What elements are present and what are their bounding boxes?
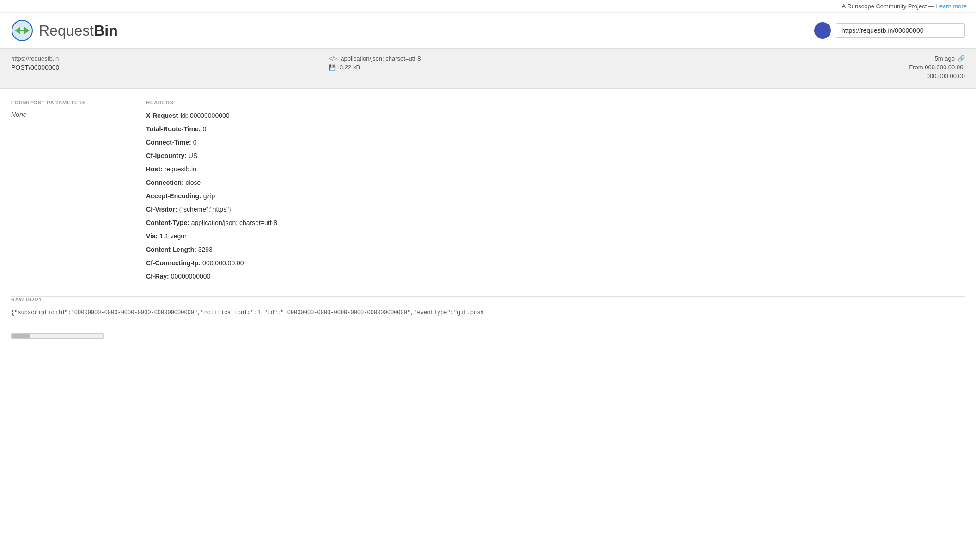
code-icon: </> xyxy=(329,55,337,62)
header-item: X-Request-Id: 00000000000 xyxy=(146,111,965,121)
request-method: POST xyxy=(11,64,29,71)
size-row: 💾 3.22 kB xyxy=(329,64,711,71)
app-header: RequestBin xyxy=(0,13,976,49)
from-ip-label: From 000.000.00.00, xyxy=(909,64,965,71)
header-item: Host: requestb.in xyxy=(146,164,965,174)
header-item: Accept-Encoding: gzip xyxy=(146,191,965,201)
from-ip-row: From 000.000.00.00, xyxy=(711,64,965,71)
headers-list: X-Request-Id: 00000000000Total-Route-Tim… xyxy=(146,111,965,281)
header-item: Connection: close xyxy=(146,178,965,188)
logo-icon xyxy=(11,19,33,42)
header-item: Total-Route-Time: 0 xyxy=(146,124,965,134)
request-method-path: POST/00000000 xyxy=(11,64,329,71)
request-info-bar: https://requestb.in POST/00000000 </> ap… xyxy=(0,49,976,89)
from-ip2-label: 000.000.00.00 xyxy=(927,73,965,79)
from-ip2-row: 000.000.00.00 xyxy=(711,73,965,79)
learn-more-link[interactable]: Learn more xyxy=(936,3,967,10)
logo-title: RequestBin xyxy=(39,22,118,39)
form-post-panel: FORM/POST PARAMETERS None xyxy=(11,100,131,285)
url-input[interactable] xyxy=(836,23,965,38)
header-item: Connect-Time: 0 xyxy=(146,138,965,147)
headers-title: HEADERS xyxy=(146,100,965,105)
time-ago-row: 5m ago 🔗 xyxy=(711,55,965,62)
raw-body-section: RAW BODY {"subscriptionId":"00000000-000… xyxy=(0,297,976,330)
banner-text: A Runscope Community Project — xyxy=(842,3,936,10)
header-item: Content-Length: 3293 xyxy=(146,245,965,255)
size-value: 3.22 kB xyxy=(340,64,360,71)
content-type-value: application/json; charset=utf-8 xyxy=(341,55,421,62)
request-endpoint: https://requestb.in POST/00000000 xyxy=(11,55,329,71)
request-meta: </> application/json; charset=utf-8 💾 3.… xyxy=(329,55,711,73)
headers-panel: HEADERS X-Request-Id: 00000000000Total-R… xyxy=(146,100,965,285)
scrollbar-area xyxy=(0,330,976,341)
header-item: Via: 1.1 vegur xyxy=(146,231,965,241)
main-content: FORM/POST PARAMETERS None HEADERS X-Requ… xyxy=(0,89,976,296)
top-banner: A Runscope Community Project — Learn mor… xyxy=(0,0,976,13)
logo-request: Request xyxy=(39,22,94,39)
raw-body-content: {"subscriptionId":"00000000-0000-0000-00… xyxy=(11,307,965,319)
logo-area: RequestBin xyxy=(11,19,118,42)
size-icon: 💾 xyxy=(329,64,336,71)
url-bar xyxy=(814,22,965,39)
form-post-title: FORM/POST PARAMETERS xyxy=(11,100,131,105)
scrollbar-track[interactable] xyxy=(11,333,104,339)
request-path: /00000000 xyxy=(29,64,59,71)
header-item: Cf-Ipcountry: US xyxy=(146,151,965,161)
raw-body-title: RAW BODY xyxy=(11,297,965,302)
request-url-label: https://requestb.in xyxy=(11,55,329,62)
link-icon: 🔗 xyxy=(958,55,965,62)
request-time: 5m ago 🔗 From 000.000.00.00, 000.000.00.… xyxy=(711,55,965,81)
url-circle-indicator xyxy=(814,22,831,39)
header-item: Cf-Visitor: {"scheme":"https"} xyxy=(146,205,965,214)
header-item: Content-Type: application/json; charset=… xyxy=(146,218,965,228)
form-post-value: None xyxy=(11,111,131,118)
header-item: Cf-Ray: 00000000000 xyxy=(146,272,965,281)
content-type-row: </> application/json; charset=utf-8 xyxy=(329,55,711,62)
time-ago-label: 5m ago xyxy=(935,55,955,62)
logo-bin: Bin xyxy=(94,22,118,39)
scrollbar-thumb[interactable] xyxy=(12,334,30,338)
svg-rect-4 xyxy=(19,30,25,31)
header-item: Cf-Connecting-Ip: 000.000.00.00 xyxy=(146,258,965,268)
